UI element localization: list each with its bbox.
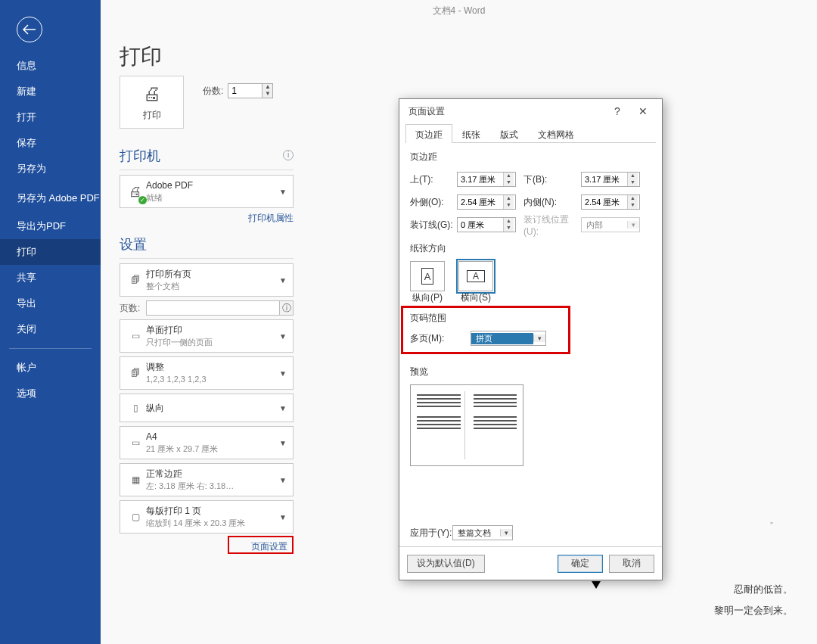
paper-size-dropdown[interactable]: ▭ A4 21 厘米 x 29.7 厘米 ▼	[120, 426, 294, 459]
preview-page-right	[470, 391, 517, 459]
backstage-sidebar: 信息 新建 打开 保存 另存为 另存为 Adobe PDF 导出为PDF 打印 …	[0, 0, 101, 644]
chevron-down-icon: ▼	[279, 188, 288, 196]
cancel-button[interactable]: 取消	[609, 555, 654, 573]
copies-label: 份数:	[203, 85, 223, 98]
sides-dropdown[interactable]: ▭ 单面打印 只打印一侧的页面 ▼	[120, 319, 294, 353]
pages-label: 页数:	[120, 302, 140, 315]
outer-input[interactable]: ▲▼	[457, 194, 516, 210]
margins-heading: 页边距	[410, 151, 651, 163]
cursor-icon	[592, 581, 601, 589]
preview-page-left	[417, 391, 465, 459]
dialog-close-button[interactable]: ✕	[630, 105, 656, 117]
print-button-label: 打印	[143, 109, 161, 122]
chevron-down-icon: ▾	[627, 221, 639, 229]
collate-icon: 🗐	[125, 361, 146, 385]
ok-button[interactable]: 确定	[558, 555, 603, 573]
sidebar-item-save[interactable]: 保存	[0, 130, 101, 156]
pages-input[interactable]	[146, 300, 280, 316]
chevron-down-icon: ▾	[500, 529, 512, 537]
dialog-titlebar[interactable]: 页面设置 ? ✕	[399, 99, 662, 123]
printer-heading: 打印机 i	[120, 147, 294, 165]
pages-row: 页数: ⓘ	[120, 300, 294, 316]
landscape-button[interactable]: A	[458, 261, 493, 291]
print-range-dropdown[interactable]: 🗐 打印所有页 整个文档 ▼	[120, 263, 294, 297]
sidebar-item-share[interactable]: 共享	[0, 265, 101, 291]
apply-label: 应用于(Y):	[410, 527, 452, 540]
dialog-tabs: 页边距 纸张 版式 文档网格	[405, 123, 656, 143]
page-setup-dialog: 页面设置 ? ✕ 页边距 纸张 版式 文档网格 页边距 上(T): ▲▼ 下(B…	[399, 98, 663, 580]
printer-status: 就绪	[146, 192, 279, 203]
doc-line-1: 忍耐的低首。	[734, 583, 793, 596]
landscape-label: 横向(S)	[461, 291, 491, 304]
info-icon[interactable]: i	[283, 150, 294, 160]
chevron-down-icon: ▼	[279, 332, 288, 341]
pages-per-sheet-dropdown[interactable]: ▢ 每版打印 1 页 缩放到 14 厘米 x 20.3 厘米 ▼	[120, 500, 294, 534]
set-default-button[interactable]: 设为默认值(D)	[407, 555, 485, 573]
settings-heading: 设置	[120, 235, 294, 254]
print-button[interactable]: 🖨 打印	[120, 76, 184, 129]
preview-group: 预览	[410, 366, 651, 466]
multi-page-dropdown[interactable]: 拼页 ▾	[471, 331, 546, 346]
sidebar-item-saveas[interactable]: 另存为	[0, 156, 101, 182]
doc-line-2: 黎明一定会到来。	[714, 604, 793, 618]
dialog-help-button[interactable]: ?	[604, 105, 630, 117]
collate-dropdown[interactable]: 🗐 调整 1,2,3 1,2,3 1,2,3 ▼	[120, 356, 294, 390]
preview-box	[410, 384, 523, 466]
dialog-title: 页面设置	[408, 105, 445, 118]
orientation-heading: 纸张方向	[410, 242, 651, 255]
margins-icon: ▦	[125, 468, 146, 492]
top-input[interactable]: ▲▼	[457, 172, 516, 187]
margins-dropdown[interactable]: ▦ 正常边距 左: 3.18 厘米 右: 3.18… ▼	[120, 463, 294, 496]
page-title: 打印	[120, 42, 162, 71]
pages-help-icon[interactable]: ⓘ	[280, 300, 294, 316]
sidebar-item-export-pdf[interactable]: 导出为PDF	[0, 213, 101, 239]
gutter-pos-dropdown: 内部 ▾	[581, 217, 640, 232]
copies-down[interactable]: ▼	[262, 91, 272, 98]
tab-grid[interactable]: 文档网格	[528, 124, 584, 143]
copies-spinner[interactable]: ▲ ▼	[228, 83, 273, 98]
portrait-button[interactable]: A	[410, 261, 445, 291]
sidebar-item-close[interactable]: 关闭	[0, 316, 101, 342]
sidebar-item-saveas-pdf[interactable]: 另存为 Adobe PDF	[0, 182, 101, 213]
page-icon: ▭	[125, 431, 146, 455]
tab-paper[interactable]: 纸张	[452, 124, 490, 143]
preview-heading: 预览	[410, 366, 651, 378]
printer-properties-link[interactable]: 打印机属性	[120, 212, 294, 225]
sidebar-nav: 信息 新建 打开 保存 另存为 另存为 Adobe PDF 导出为PDF 打印 …	[0, 53, 101, 406]
sidebar-item-print[interactable]: 打印	[0, 239, 101, 265]
gutter-input[interactable]: ▲▼	[457, 217, 516, 232]
back-button[interactable]	[17, 17, 42, 42]
margins-group: 页边距 上(T): ▲▼ 下(B): ▲▼ 外侧(O): ▲▼ 内侧(N): ▲…	[410, 151, 651, 235]
outer-label: 外侧(O):	[410, 196, 457, 209]
page-range-group: 页码范围 多页(M): 拼页 ▾	[410, 312, 651, 346]
portrait-label: 纵向(P)	[412, 291, 443, 304]
sidebar-item-open[interactable]: 打开	[0, 104, 101, 130]
range-heading: 页码范围	[410, 312, 651, 325]
dialog-footer: 设为默认值(D) 确定 取消	[399, 546, 662, 580]
pages-icon: 🗐	[125, 268, 146, 292]
sidebar-item-options[interactable]: 选项	[0, 381, 101, 406]
tab-margins[interactable]: 页边距	[405, 124, 452, 143]
sidebar-item-info[interactable]: 信息	[0, 53, 101, 79]
portrait-icon: ▯	[125, 396, 146, 420]
chevron-down-icon: ▼	[279, 276, 288, 285]
bottom-input[interactable]: ▲▼	[581, 172, 640, 187]
arrow-left-icon	[23, 24, 36, 35]
chevron-down-icon: ▼	[279, 439, 288, 447]
printer-dropdown[interactable]: 🖨 ✓ Adobe PDF 就绪 ▼	[120, 175, 294, 208]
inner-input[interactable]: ▲▼	[581, 194, 640, 210]
chevron-down-icon: ▾	[533, 334, 545, 342]
inner-label: 内侧(N):	[523, 196, 581, 209]
bottom-label: 下(B):	[523, 173, 581, 186]
sidebar-item-new[interactable]: 新建	[0, 79, 101, 104]
copies-input[interactable]	[228, 84, 262, 98]
top-label: 上(T):	[410, 173, 457, 186]
page-setup-link[interactable]: 页面设置	[120, 537, 294, 553]
tab-layout[interactable]: 版式	[490, 124, 528, 143]
sidebar-item-export[interactable]: 导出	[0, 291, 101, 316]
apply-to-dropdown[interactable]: 整篇文档 ▾	[452, 525, 513, 540]
orientation-dropdown[interactable]: ▯ 纵向 ▼	[120, 394, 294, 422]
sidebar-item-account[interactable]: 帐户	[0, 355, 101, 381]
doc-quote-mark: ”	[770, 521, 773, 531]
chevron-down-icon: ▼	[279, 513, 288, 521]
